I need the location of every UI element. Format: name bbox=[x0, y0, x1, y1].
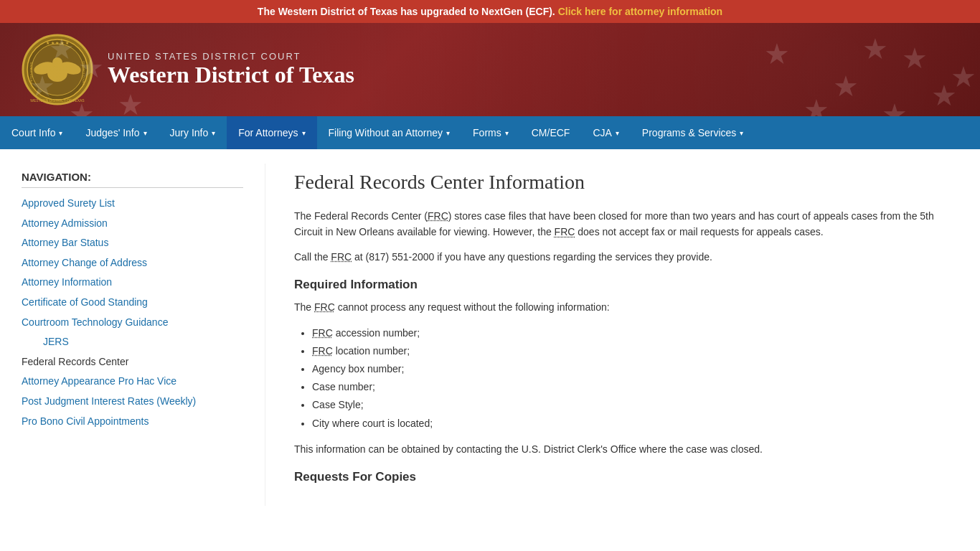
svg-text:DISTRICT COURT: DISTRICT COURT bbox=[82, 61, 85, 85]
nav-for-attorneys[interactable]: For Attorneys ▾ bbox=[227, 116, 316, 149]
sidebar-link-attorney-change-address[interactable]: Attorney Change of Address bbox=[22, 253, 243, 273]
sidebar-link-federal-records-center[interactable]: Federal Records Center bbox=[22, 352, 243, 372]
list-item: Agency box number; bbox=[312, 360, 951, 378]
nav-cmecf[interactable]: CM/ECF bbox=[520, 116, 582, 149]
required-info-list: FRC accession number; FRC location numbe… bbox=[312, 324, 951, 433]
list-item: Case number; bbox=[312, 378, 951, 396]
svg-text:★ ★ ★ ★ ★: ★ ★ ★ ★ ★ bbox=[46, 41, 69, 45]
court-seal: ★ ★ ★ ★ ★ WESTERN DISTRICT OF TEXAS UNIT… bbox=[22, 34, 93, 105]
nav-for-attorneys-label: For Attorneys bbox=[238, 127, 298, 138]
nav-cja[interactable]: CJA ▾ bbox=[581, 116, 630, 149]
nav-jury-info-caret: ▾ bbox=[212, 129, 215, 137]
main-layout: NAVIGATION: Approved Surety List Attorne… bbox=[0, 149, 980, 520]
list-item: FRC accession number; bbox=[312, 324, 951, 342]
svg-text:WESTERN DISTRICT OF TEXAS: WESTERN DISTRICT OF TEXAS bbox=[30, 98, 85, 103]
nav-forms-label: Forms bbox=[473, 127, 501, 138]
nav-cja-caret: ▾ bbox=[616, 129, 619, 137]
nav-judges-info-caret: ▾ bbox=[143, 129, 147, 137]
svg-text:UNITED STATES: UNITED STATES bbox=[29, 62, 33, 84]
list-item: FRC location number; bbox=[312, 342, 951, 360]
nav-court-info-caret: ▾ bbox=[59, 129, 62, 137]
nav-programs-services-caret: ▾ bbox=[740, 129, 743, 137]
header-subtitle: United States District Court bbox=[108, 51, 354, 62]
list-item: Case Style; bbox=[312, 396, 951, 414]
nav-filing-without-attorney[interactable]: Filing Without an Attorney ▾ bbox=[317, 116, 462, 149]
nav-court-info-label: Court Info bbox=[11, 127, 55, 138]
nav-for-attorneys-caret: ▾ bbox=[302, 129, 306, 137]
header-text: United States District Court Western Dis… bbox=[108, 51, 354, 88]
required-info-heading: Required Information bbox=[294, 278, 951, 292]
sidebar-link-post-judgment-interest[interactable]: Post Judgment Interest Rates (Weekly) bbox=[22, 392, 243, 412]
list-item: City where court is located; bbox=[312, 415, 951, 433]
sidebar-link-approved-surety[interactable]: Approved Surety List bbox=[22, 194, 243, 214]
sidebar-nav-title: NAVIGATION: bbox=[22, 171, 243, 188]
sidebar-link-attorney-information[interactable]: Attorney Information bbox=[22, 273, 243, 293]
intro-paragraph-1: The Federal Records Center (FRC) stores … bbox=[294, 208, 951, 240]
alert-bar: The Western District of Texas has upgrad… bbox=[0, 0, 980, 23]
main-content: Federal Records Center Information The F… bbox=[265, 164, 980, 506]
nav-programs-services[interactable]: Programs & Services ▾ bbox=[631, 116, 755, 149]
sidebar-link-pro-bono[interactable]: Pro Bono Civil Appointments bbox=[22, 412, 243, 432]
nav-cja-label: CJA bbox=[593, 127, 611, 138]
nav-judges-info[interactable]: Judges' Info ▾ bbox=[74, 116, 158, 149]
required-info-outro: This information can be obtained by cont… bbox=[294, 441, 951, 457]
nav-filing-without-attorney-label: Filing Without an Attorney bbox=[329, 127, 443, 138]
page-title: Federal Records Center Information bbox=[294, 171, 951, 194]
svg-point-6 bbox=[52, 57, 62, 67]
sidebar-links: Approved Surety List Attorney Admission … bbox=[22, 194, 243, 431]
site-header: ★ ★ ★ ★ ★ ★ ★ ★ ★ ★ ★ ★ ★ ★ ★ ★ ★ ★ WEST… bbox=[0, 23, 980, 116]
alert-link[interactable]: Click here for attorney information bbox=[558, 6, 722, 17]
header-title: Western District of Texas bbox=[108, 62, 354, 88]
nav-forms-caret: ▾ bbox=[505, 129, 509, 137]
nav-court-info[interactable]: Court Info ▾ bbox=[0, 116, 74, 149]
main-navbar: Court Info ▾ Judges' Info ▾ Jury Info ▾ … bbox=[0, 116, 980, 149]
nav-filing-without-attorney-caret: ▾ bbox=[446, 129, 450, 137]
nav-forms[interactable]: Forms ▾ bbox=[461, 116, 520, 149]
nav-jury-info[interactable]: Jury Info ▾ bbox=[159, 116, 227, 149]
sidebar: NAVIGATION: Approved Surety List Attorne… bbox=[0, 164, 265, 506]
sidebar-link-courtroom-technology[interactable]: Courtroom Technology Guidance bbox=[22, 313, 243, 333]
nav-judges-info-label: Judges' Info bbox=[85, 127, 139, 138]
nav-programs-services-label: Programs & Services bbox=[642, 127, 736, 138]
alert-text: The Western District of Texas has upgrad… bbox=[258, 6, 558, 17]
copies-heading: Requests For Copies bbox=[294, 470, 951, 484]
nav-cmecf-label: CM/ECF bbox=[532, 127, 570, 138]
intro-paragraph-2: Call the FRC at (817) 551-2000 if you ha… bbox=[294, 249, 951, 265]
sidebar-link-certificate-good-standing[interactable]: Certificate of Good Standing bbox=[22, 293, 243, 313]
sidebar-link-attorney-bar-status[interactable]: Attorney Bar Status bbox=[22, 233, 243, 253]
sidebar-link-jers[interactable]: JERS bbox=[22, 332, 243, 352]
nav-jury-info-label: Jury Info bbox=[170, 127, 209, 138]
required-info-intro: The FRC cannot process any request witho… bbox=[294, 299, 951, 315]
sidebar-link-attorney-pro-hac-vice[interactable]: Attorney Appearance Pro Hac Vice bbox=[22, 372, 243, 392]
sidebar-link-attorney-admission[interactable]: Attorney Admission bbox=[22, 214, 243, 234]
